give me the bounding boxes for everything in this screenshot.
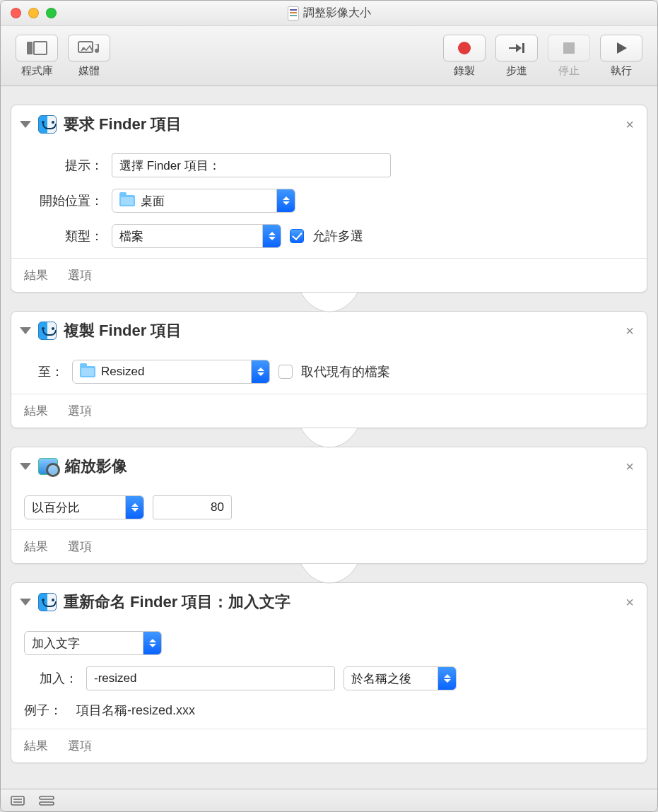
- stop-icon: [548, 35, 590, 61]
- destination-value: Resized: [101, 365, 144, 379]
- remove-action-button[interactable]: ×: [623, 117, 637, 133]
- type-value: 檔案: [119, 228, 143, 245]
- zoom-window-button[interactable]: [46, 8, 57, 18]
- options-tab[interactable]: 選項: [68, 738, 92, 754]
- library-icon: [16, 35, 58, 61]
- options-tab[interactable]: 選項: [68, 539, 92, 555]
- folder-icon: [119, 195, 135, 206]
- replace-existing-checkbox[interactable]: [278, 365, 293, 379]
- run-label: 執行: [611, 64, 632, 78]
- disclosure-triangle-icon[interactable]: [20, 463, 31, 470]
- type-popup[interactable]: 檔案: [112, 224, 281, 248]
- action-ask-finder-items: 要求 Finder 項目 × 提示： 開始位置： 桌面: [11, 105, 647, 293]
- scale-mode-popup[interactable]: 以百分比: [24, 495, 144, 519]
- allow-multiple-label: 允許多選: [312, 228, 363, 245]
- results-tab[interactable]: 結果: [24, 539, 48, 555]
- options-tab[interactable]: 選項: [68, 267, 92, 283]
- action-copy-finder-items: 複製 Finder 項目 × 至： Resized 取代現有的檔案: [11, 311, 647, 428]
- svg-rect-1: [34, 42, 47, 54]
- action-body: 提示： 開始位置： 桌面 類型： 檔案: [11, 143, 647, 258]
- workflow-area: 要求 Finder 項目 × 提示： 開始位置： 桌面: [1, 86, 657, 789]
- remove-action-button[interactable]: ×: [623, 323, 637, 339]
- finder-icon: [38, 322, 57, 340]
- svg-rect-5: [522, 43, 524, 53]
- disclosure-triangle-icon[interactable]: [20, 599, 31, 606]
- media-button[interactable]: 媒體: [63, 31, 115, 81]
- stop-button[interactable]: 停止: [543, 31, 595, 81]
- results-tab[interactable]: 結果: [24, 738, 48, 754]
- disclosure-triangle-icon[interactable]: [20, 121, 31, 128]
- destination-popup[interactable]: Resized: [72, 360, 270, 384]
- toolbar-right-group: 錄製 步進 停止 執行: [438, 31, 647, 81]
- results-tab[interactable]: 結果: [24, 267, 48, 283]
- record-label: 錄製: [454, 64, 475, 78]
- prompt-input[interactable]: [112, 153, 391, 177]
- rename-mode-value: 加入文字: [32, 635, 80, 652]
- app-window: 調整影像大小 程式庫 媒體 錄製: [0, 0, 658, 812]
- rename-mode-popup[interactable]: 加入文字: [24, 631, 162, 655]
- action-body: 以百分比: [11, 486, 647, 529]
- record-button[interactable]: 錄製: [438, 31, 490, 81]
- svg-rect-10: [40, 796, 54, 799]
- preview-icon: [38, 458, 58, 475]
- svg-rect-6: [563, 42, 575, 54]
- prompt-label: 提示：: [24, 157, 103, 174]
- disclosure-triangle-icon[interactable]: [20, 327, 31, 334]
- action-footer: 結果 選項: [11, 394, 647, 428]
- workflow-view-button[interactable]: [39, 796, 54, 806]
- folder-icon: [80, 366, 95, 377]
- start-at-value: 桌面: [141, 193, 165, 209]
- popup-arrows-icon: [262, 225, 281, 247]
- popup-arrows-icon: [143, 632, 161, 654]
- traffic-lights: [1, 8, 57, 18]
- action-rename-finder-items: 重新命名 Finder 項目：加入文字 × 加入文字 加入： 於名稱之後: [11, 582, 647, 763]
- replace-existing-label: 取代現有的檔案: [301, 363, 390, 380]
- example-label: 例子：: [24, 702, 62, 719]
- position-popup[interactable]: 於名稱之後: [343, 666, 457, 690]
- action-footer: 結果 選項: [11, 258, 647, 292]
- action-scale-images: 縮放影像 × 以百分比 結果 選項: [11, 447, 647, 564]
- finder-icon: [38, 115, 57, 134]
- record-icon: [443, 35, 486, 61]
- start-at-popup[interactable]: 桌面: [112, 189, 295, 213]
- popup-arrows-icon: [276, 189, 295, 212]
- action-title: 重新命名 Finder 項目：加入文字: [64, 592, 616, 613]
- scale-mode-value: 以百分比: [32, 500, 80, 516]
- titlebar: 調整影像大小: [1, 1, 657, 26]
- to-label: 至：: [24, 363, 64, 380]
- svg-rect-0: [27, 42, 33, 54]
- document-icon: [288, 6, 299, 20]
- svg-rect-7: [11, 796, 24, 805]
- example-value: 項目名稱-resized.xxx: [76, 702, 195, 719]
- toolbar: 程式庫 媒體 錄製 步進: [1, 26, 657, 86]
- scale-value-input[interactable]: [153, 495, 232, 519]
- start-at-label: 開始位置：: [24, 192, 103, 209]
- library-label: 程式庫: [21, 64, 53, 78]
- step-button[interactable]: 步進: [490, 31, 543, 81]
- remove-action-button[interactable]: ×: [623, 459, 637, 475]
- popup-arrows-icon: [437, 667, 456, 690]
- options-tab[interactable]: 選項: [68, 403, 92, 419]
- action-footer: 結果 選項: [11, 529, 647, 563]
- stop-label: 停止: [558, 64, 580, 78]
- popup-arrows-icon: [251, 360, 269, 383]
- close-window-button[interactable]: [11, 8, 21, 18]
- connector: [5, 293, 653, 319]
- connector: [5, 564, 653, 591]
- remove-action-button[interactable]: ×: [623, 594, 637, 611]
- window-title: 調整影像大小: [303, 6, 371, 20]
- type-label: 類型：: [24, 228, 103, 245]
- toolbar-left-group: 程式庫 媒體: [11, 31, 115, 81]
- add-text-input[interactable]: [86, 666, 335, 690]
- window-title-container: 調整影像大小: [1, 6, 657, 20]
- popup-arrows-icon: [125, 496, 143, 519]
- run-button[interactable]: 執行: [595, 31, 647, 81]
- log-view-button[interactable]: [11, 796, 25, 806]
- svg-point-4: [458, 42, 471, 54]
- step-label: 步進: [506, 64, 527, 78]
- library-button[interactable]: 程式庫: [11, 31, 63, 81]
- allow-multiple-checkbox[interactable]: [290, 229, 304, 243]
- minimize-window-button[interactable]: [28, 8, 39, 18]
- action-header: 要求 Finder 項目 ×: [11, 105, 647, 143]
- results-tab[interactable]: 結果: [24, 403, 48, 419]
